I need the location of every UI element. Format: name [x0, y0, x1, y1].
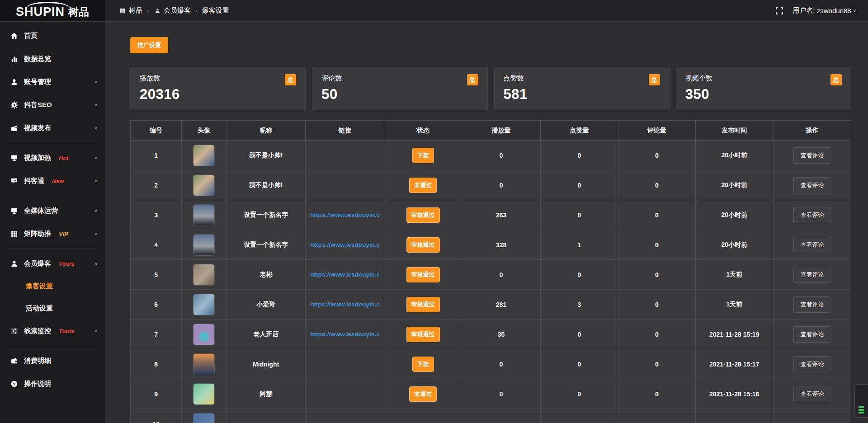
- sidebar-item-tag: Hot: [59, 155, 69, 161]
- fullscreen-icon[interactable]: [776, 7, 783, 14]
- comments-cell: 0: [618, 200, 696, 230]
- breadcrumb-item[interactable]: 爆客设置: [202, 6, 229, 15]
- logo-text-cn: 树品: [68, 5, 89, 19]
- user-menu[interactable]: 用户名: zswodun88 ∨: [793, 6, 856, 15]
- table-row: 2我不是小帅!未通过00020小时前查看评论: [131, 170, 851, 200]
- status-cell: 未通过: [384, 170, 462, 200]
- row-id-cell: 5: [131, 260, 182, 290]
- status-cell: 未通过: [384, 379, 462, 409]
- brand-logo[interactable]: SHUPIN 树品: [0, 0, 105, 21]
- action-cell: 查看评论: [773, 200, 851, 230]
- plays-cell: 0: [462, 170, 541, 200]
- sidebar-item-video-heating[interactable]: 视频加热Hot∨: [0, 146, 105, 169]
- sidebar-item-home[interactable]: 首页: [0, 24, 105, 47]
- status-cell: 审核通过: [384, 290, 462, 320]
- comments-cell: 0: [618, 141, 696, 170]
- doc-icon: [118, 8, 127, 14]
- comments-cell: [618, 409, 696, 423]
- action-cell: [773, 409, 851, 423]
- sidebar-item-data-overview[interactable]: 数据总览: [0, 47, 105, 70]
- chevron-down-icon: ∨: [94, 155, 98, 160]
- chevron-down-icon: ∨: [94, 179, 98, 183]
- sidebar-item-label: 线索监控: [24, 327, 51, 335]
- status-badge: 下架: [412, 357, 434, 372]
- avatar-cell: [182, 320, 226, 349]
- row-id-cell: 1: [131, 141, 182, 170]
- nickname-cell: 设置一个新名字: [226, 230, 305, 260]
- sidebar-item-video-publish[interactable]: 视频发布∨: [0, 117, 105, 140]
- main-content: 推广设置 播放数总20316评论数总50点赞数总581视频个数总350 编号头像…: [105, 22, 868, 423]
- stats-row: 播放数总20316评论数总50点赞数总581视频个数总350: [130, 67, 851, 110]
- plays-cell: 328: [462, 230, 541, 260]
- promo-settings-button[interactable]: 推广设置: [130, 37, 168, 53]
- comments-cell: 0: [618, 260, 696, 290]
- avatar: [193, 294, 215, 315]
- likes-cell: 0: [540, 320, 618, 349]
- chevron-down-icon: ∨: [94, 208, 98, 213]
- column-header: 操作: [773, 121, 851, 141]
- column-header: 头像: [182, 121, 226, 141]
- video-link[interactable]: https://www.iesdouyin.c: [306, 212, 384, 218]
- avatar: [193, 174, 215, 196]
- video-link[interactable]: https://www.iesdouyin.c: [306, 301, 384, 308]
- chevron-down-icon: ∨: [853, 8, 856, 13]
- link-cell: https://www.iesdouyin.c: [306, 260, 384, 290]
- sidebar-divider: [6, 346, 99, 346]
- stat-value: 50: [321, 86, 478, 103]
- floating-widget[interactable]: [854, 384, 868, 418]
- home-icon: [10, 32, 18, 40]
- likes-cell: 1: [540, 230, 618, 260]
- gear-icon: [10, 101, 18, 109]
- nickname-cell: 小爱玲: [226, 290, 305, 320]
- person-icon: [153, 8, 161, 14]
- link-cell: [306, 170, 384, 200]
- sidebar-item-label: 账号管理: [24, 78, 51, 86]
- sidebar-item-media-operation[interactable]: 全媒体运营∨: [0, 199, 105, 222]
- sidebar-item-member-baoke[interactable]: 会员爆客Tools∧: [0, 252, 105, 275]
- publish-time-cell: 1天前: [695, 260, 773, 290]
- view-comments-button[interactable]: 查看评论: [793, 386, 830, 402]
- view-comments-button[interactable]: 查看评论: [793, 207, 830, 223]
- view-comments-button[interactable]: 查看评论: [793, 147, 830, 164]
- video-link[interactable]: https://www.iesdouyin.c: [306, 271, 384, 278]
- sidebar-item-label: 会员爆客: [24, 259, 51, 268]
- sidebar-item-douyin-seo[interactable]: 抖音SEO∨: [0, 94, 105, 117]
- breadcrumb-label: 爆客设置: [202, 6, 229, 15]
- monitor-hot-icon: [10, 154, 18, 162]
- avatar: [193, 324, 215, 345]
- sidebar-item-douketong[interactable]: 抖客通New∨: [0, 169, 105, 193]
- sidebar-item-consumption-detail[interactable]: 消费明细: [0, 349, 105, 372]
- sidebar-item-operation-guide[interactable]: ?操作说明: [0, 372, 105, 395]
- action-cell: 查看评论: [773, 260, 851, 290]
- breadcrumb-item[interactable]: 会员爆客: [153, 6, 191, 15]
- breadcrumb-item[interactable]: 树品: [118, 6, 142, 15]
- stat-card: 评论数总50: [312, 67, 487, 110]
- view-comments-button[interactable]: 查看评论: [793, 326, 830, 343]
- view-comments-button[interactable]: 查看评论: [793, 177, 830, 193]
- monitor-icon: [10, 207, 18, 215]
- row-id-cell: 6: [131, 290, 182, 320]
- sidebar-item-account-management[interactable]: 账号管理∨: [0, 70, 105, 94]
- nickname-cell: 我不是小帅!: [226, 141, 305, 170]
- link-cell: [306, 349, 384, 379]
- view-comments-button[interactable]: 查看评论: [793, 237, 830, 253]
- stat-card: 播放数总20316: [130, 67, 306, 110]
- video-link[interactable]: https://www.iesdouyin.c: [306, 331, 384, 338]
- chevron-down-icon: ∨: [94, 329, 98, 333]
- status-badge: 下架: [412, 148, 434, 163]
- sidebar-item-clue-monitor[interactable]: 线索监控Tools∨: [0, 320, 105, 343]
- sidebar-subitem-activity-settings[interactable]: 活动设置: [0, 297, 105, 320]
- video-link[interactable]: https://www.iesdouyin.c: [306, 241, 384, 248]
- sidebar-item-matrix-boost[interactable]: 矩阵助推VIP∨: [0, 222, 105, 245]
- stat-value: 350: [685, 86, 842, 103]
- view-comments-button[interactable]: 查看评论: [793, 356, 830, 372]
- view-comments-button[interactable]: 查看评论: [793, 296, 830, 313]
- likes-cell: 0: [540, 141, 618, 170]
- sidebar-item-label: 抖客通: [24, 177, 44, 185]
- view-comments-button[interactable]: 查看评论: [793, 267, 830, 283]
- sidebar-subitem-baoke-settings[interactable]: 爆客设置: [0, 275, 105, 297]
- stat-label: 点赞数: [504, 74, 524, 83]
- column-header: 点赞量: [540, 121, 618, 141]
- plays-cell: 0: [462, 141, 541, 170]
- column-header: 链接: [306, 121, 384, 141]
